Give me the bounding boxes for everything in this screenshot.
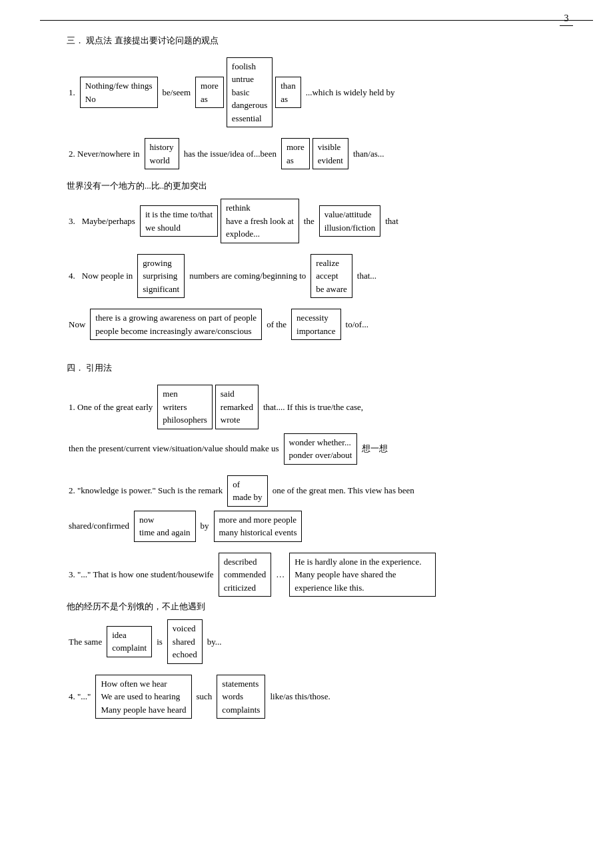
s4-item3-box4: voiced shared echoed bbox=[167, 619, 203, 664]
s4-item3-text3: The same bbox=[67, 633, 104, 651]
item4-row1: 4. Now people in growing surprising sign… bbox=[67, 254, 573, 299]
item3-box3: value/attitude illusion/fiction bbox=[319, 205, 381, 237]
section3-item4: 4. Now people in growing surprising sign… bbox=[67, 254, 573, 299]
item4-text3: that... bbox=[355, 267, 378, 285]
section3-item3: 3. Maybe/perhaps it is the time to/that … bbox=[67, 199, 573, 243]
item1-num: 1. bbox=[67, 83, 77, 101]
item1-box1: Nothing/few things No bbox=[80, 77, 158, 108]
item1-text2: ...which is widely held by bbox=[304, 83, 397, 101]
s4-item1-box2: said remarked wrote bbox=[215, 385, 259, 429]
s4-item4-box2: statements words complaints bbox=[217, 675, 265, 719]
s4-item3-box3: idea complaint bbox=[107, 626, 152, 657]
s4-item1-text3: then the present/current view/situation/… bbox=[67, 439, 281, 457]
section4-item1: 1. One of the great early men writers ph… bbox=[67, 385, 573, 465]
s4-item3-dots: … bbox=[274, 565, 287, 583]
s4-item3-row2: The same idea complaint is voiced shared… bbox=[67, 619, 573, 664]
s4-item4-row1: 4. "..." How often we hear We are used t… bbox=[67, 675, 573, 719]
s4-item3-text5: by... bbox=[205, 633, 224, 651]
s4-item2-row1: 2. "knowledge is power." Such is the rem… bbox=[67, 475, 573, 507]
s4-item3-text4: is bbox=[155, 633, 165, 651]
item1-box4: than as bbox=[275, 77, 301, 108]
s4-item2-text3: shared/confirmed bbox=[67, 517, 131, 535]
section4-item4: 4. "..." How often we hear We are used t… bbox=[67, 675, 573, 719]
item3-box2: rethink have a fresh look at explode... bbox=[221, 199, 299, 243]
s4-item1-text4: 想一想 bbox=[360, 439, 390, 457]
s4-item2-row2: shared/confirmed now time and again by m… bbox=[67, 511, 573, 542]
item2-text2: than/as... bbox=[351, 145, 386, 163]
s4-item2-text2: one of the great men. This view has been bbox=[271, 481, 416, 499]
item2-box1: history world bbox=[145, 138, 179, 169]
s4-item3-note: 他的经历不是个别饿的，不止他遇到 bbox=[67, 601, 573, 613]
section3-item2: 2. Never/nowhere in history world has th… bbox=[67, 138, 573, 169]
now-box1: there is a growing awareness on part of … bbox=[90, 309, 262, 340]
s4-item3-box2: He is hardly alone in the experience. Ma… bbox=[289, 553, 436, 597]
item4-num: 4. bbox=[67, 267, 77, 285]
section4-title: 四． 引用法 bbox=[67, 361, 573, 375]
item4-box2: realize accept be aware bbox=[310, 254, 352, 299]
item4-text2: numbers are coming/beginning to bbox=[187, 267, 308, 285]
now-row1: Now there is a growing awareness on part… bbox=[67, 309, 573, 340]
item3-text2: the bbox=[302, 212, 316, 230]
s4-item4-text2: like/as this/those. bbox=[268, 687, 332, 705]
now-text1: Now bbox=[67, 315, 87, 333]
item2-box3: visible evident bbox=[312, 138, 348, 169]
item1-row1: 1. Nothing/few things No be/seem more as… bbox=[67, 57, 573, 128]
s4-item4-text1: such bbox=[195, 687, 215, 705]
now-text3: to/of... bbox=[344, 315, 370, 333]
s4-item2-box3: more and more people many historical eve… bbox=[214, 511, 303, 542]
section4-item2: 2. "knowledge is power." Such is the rem… bbox=[67, 475, 573, 542]
section4-item3: 3. "..." That is how one student/housewi… bbox=[67, 553, 573, 664]
s4-item2-text4: by bbox=[199, 517, 211, 535]
item2-num: 2. Never/nowhere in bbox=[67, 145, 142, 163]
item4-box1: growing surprising significant bbox=[137, 254, 185, 299]
top-divider bbox=[40, 20, 593, 21]
item3-text1: Maybe/perhaps bbox=[80, 212, 137, 230]
page-number: 3 bbox=[560, 13, 573, 26]
section3-title: 三． 观点法 直接提出要讨论问题的观点 bbox=[67, 34, 573, 48]
item2-row1: 2. Never/nowhere in history world has th… bbox=[67, 138, 573, 169]
s4-item2-box1: of made by bbox=[227, 475, 267, 507]
now-box2: necessity importance bbox=[291, 309, 340, 340]
s4-item1-row1: 1. One of the great early men writers ph… bbox=[67, 385, 573, 429]
item1-box3: foolish untrue basic dangerous essential bbox=[227, 57, 273, 128]
s4-item1-row2: then the present/current view/situation/… bbox=[67, 433, 573, 465]
s4-item4-num: 4. "..." bbox=[67, 687, 93, 705]
s4-item3-row1: 3. "..." That is how one student/housewi… bbox=[67, 553, 573, 597]
s4-item2-text1: 2. "knowledge is power." Such is the rem… bbox=[67, 481, 225, 499]
item2-text1: has the issue/idea of...been bbox=[182, 145, 279, 163]
item3-row1: 3. Maybe/perhaps it is the time to/that … bbox=[67, 199, 573, 243]
item3-num: 3. bbox=[67, 212, 77, 230]
s4-item1-box1: men writers philosophers bbox=[157, 385, 212, 429]
s4-item1-num: 1. One of the great early bbox=[67, 398, 155, 416]
s4-item2-box2: now time and again bbox=[134, 511, 196, 542]
s4-item4-box1: How often we hear We are used to hearing… bbox=[95, 675, 191, 719]
now-text2: of the bbox=[265, 315, 289, 333]
section3-now-row: Now there is a growing awareness on part… bbox=[67, 309, 573, 340]
section3-item1: 1. Nothing/few things No be/seem more as… bbox=[67, 57, 573, 128]
s4-item3-text1: 3. "..." That is how one student/housewi… bbox=[67, 565, 216, 583]
s4-item3-box1: described commended criticized bbox=[219, 553, 272, 597]
item4-text1: Now people in bbox=[80, 267, 135, 285]
item3-text3: that bbox=[383, 212, 400, 230]
item3-box1: it is the time to/that we should bbox=[140, 205, 218, 237]
item2-box2: more as bbox=[281, 138, 310, 169]
s4-item1-box3: wonder whether... ponder over/about bbox=[284, 433, 358, 465]
item1-box2: more as bbox=[195, 77, 224, 108]
item1-text1: be/seem bbox=[161, 83, 193, 101]
s4-item1-text2: that.... If this is true/the case, bbox=[261, 398, 365, 416]
section3-note1: 世界没有一个地方的...比..的更加突出 bbox=[67, 180, 573, 192]
